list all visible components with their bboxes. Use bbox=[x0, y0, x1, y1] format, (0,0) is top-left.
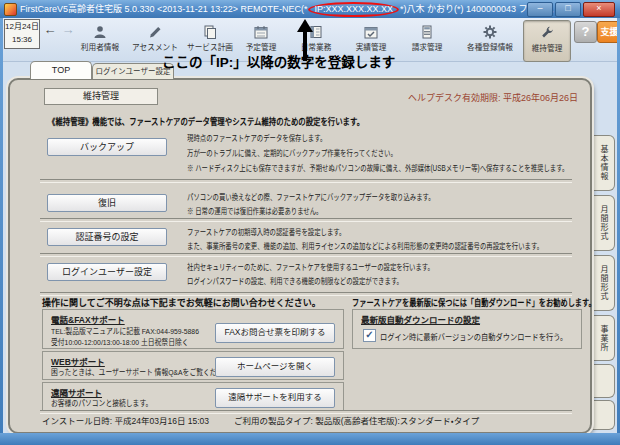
close-button[interactable]: × bbox=[583, 2, 615, 17]
wrench-icon bbox=[524, 23, 570, 41]
documents-icon bbox=[183, 22, 237, 40]
restore-desc-line: パソコンの買い換えなどの際、ファーストケアにバックアップデータを取り込みます。 bbox=[187, 190, 435, 202]
restore-button[interactable]: 復旧 bbox=[47, 194, 167, 212]
toolbar-item-maintenance[interactable]: 維持管理 bbox=[523, 20, 571, 62]
phone-fax-support-box: 電話&FAXサポート TEL:製品版マニュアルに記載 FAX:044-959-5… bbox=[42, 309, 344, 349]
auth-desc-line: ファーストケアの初期導入時の認証番号を設定します。 bbox=[187, 225, 345, 237]
support-right-header: ファーストケアを最新版に保つには「自動ダウンロード」をお勧めします。 bbox=[352, 296, 596, 309]
remote-support-line: お客様のパソコンと接続します。 bbox=[51, 397, 152, 408]
window-border-left bbox=[0, 0, 3, 445]
toolbar-item-user-info[interactable]: 利用者情報 bbox=[73, 20, 127, 60]
gear-icon bbox=[459, 22, 521, 40]
backup-desc-line: ※ ハードディスク上にも保存できますが、予期せぬパソコンの故障に備え、外部媒体(… bbox=[187, 161, 568, 173]
remote-support-box: 遠隔サポート お客様のパソコンと接続します。 遠隔サポートを利用する bbox=[42, 382, 344, 411]
toolbar-item-billing[interactable]: 請求管理 bbox=[400, 20, 454, 60]
auth-desc-line: また、事業所番号の変更、機能の追加、利用ライセンスの追加などによる利用形態の変更… bbox=[187, 239, 543, 251]
open-homepage-button[interactable]: ホームページを開く bbox=[215, 357, 335, 377]
side-tab-blank[interactable] bbox=[592, 400, 615, 430]
title-bar: FirstCareV5高齢者住宅版 5.0.330 <2013-11-21 13… bbox=[0, 0, 620, 18]
annotation-text: ここの「IP:」以降の数字を登録します bbox=[162, 51, 395, 71]
app-icon bbox=[4, 3, 17, 16]
toolbar-item-registration[interactable]: 各種登録情報 bbox=[459, 20, 521, 60]
web-support-box: WEBサポート 困ったときは、ユーザーサポート 情報Q&Aをご覧ください。 ホー… bbox=[42, 351, 344, 380]
auto-download-checkbox-label: ログイン時に最新バージョンの自動ダウンロードを行う。 bbox=[380, 330, 567, 342]
install-date-text: インストール日時: 平成24年03月16日 15:03 bbox=[42, 414, 209, 426]
window-controls: – □ × bbox=[527, 2, 615, 17]
side-tab-blank[interactable] bbox=[592, 364, 615, 398]
current-time: 15:36 bbox=[5, 33, 39, 46]
auto-download-box: 最新版自動ダウンロードの設定 ✓ ログイン時に最新バージョンの自動ダウンロードを… bbox=[352, 309, 582, 349]
toolbar-item-label: 請求管理 bbox=[403, 40, 452, 52]
calculator-icon bbox=[400, 22, 454, 40]
pencil-icon bbox=[128, 22, 182, 40]
helpdesk-expiry-text: ヘルプデスク有効期限: 平成26年06月26日 bbox=[408, 91, 578, 104]
login-user-settings-button[interactable]: ログインユーザー設定 bbox=[47, 263, 167, 281]
annotation-up-arrow-icon bbox=[297, 19, 313, 61]
calendar-icon bbox=[234, 22, 288, 40]
backup-button[interactable]: バックアップ bbox=[47, 138, 167, 156]
side-tab-monthly-format-1[interactable]: 月間形式 bbox=[592, 195, 615, 251]
auto-download-checkbox[interactable]: ✓ bbox=[363, 329, 376, 342]
user-icon bbox=[73, 22, 127, 40]
maintenance-panel: 維持管理 ヘルプデスク有効期限: 平成26年06月26日 《維持管理》機能では、… bbox=[8, 78, 592, 434]
use-remote-support-button[interactable]: 遠隔サポートを利用する bbox=[215, 388, 335, 408]
title-text-pre: FirstCareV5高齢者住宅版 5.0.330 <2013-11-21 13… bbox=[20, 4, 307, 14]
toolbar-item-label: 各種登録情報 bbox=[462, 40, 518, 52]
minimize-button[interactable]: – bbox=[527, 2, 553, 17]
toolbar-item-label: 利用者情報 bbox=[76, 40, 125, 52]
tab-top[interactable]: TOP bbox=[30, 61, 92, 79]
side-tab-basic-info[interactable]: 基本情報 bbox=[592, 135, 615, 191]
phone-fax-support-title: 電話&FAXサポート bbox=[51, 313, 125, 325]
maximize-button[interactable]: □ bbox=[555, 2, 581, 17]
help-button[interactable]: ? bbox=[574, 21, 597, 43]
panel-intro-text: 《維持管理》機能では、ファーストケアのデータ管理やシステム維持のための設定を行い… bbox=[48, 115, 364, 128]
window-title: FirstCareV5高齢者住宅版 5.0.330 <2013-11-21 13… bbox=[20, 0, 560, 18]
web-support-line: 困ったときは、ユーザーサポート 情報Q&Aをご覧ください。 bbox=[51, 366, 237, 377]
login-desc-line: 社内セキュリティーのために、ファーストケアを使用するユーザーの設定を行います。 bbox=[187, 260, 434, 272]
window-border-bottom bbox=[0, 433, 620, 445]
separator bbox=[40, 218, 572, 222]
print-fax-form-button[interactable]: FAXお問合せ票を印刷する bbox=[215, 323, 335, 343]
application-window: FirstCareV5高齢者住宅版 5.0.330 <2013-11-21 13… bbox=[0, 0, 620, 445]
back-arrow-icon[interactable]: ← bbox=[42, 22, 58, 38]
restore-desc-line: ※ 日常の運用では復旧作業は必要ありません。 bbox=[187, 204, 322, 216]
date-time-display: 12月24日 15:36 bbox=[4, 19, 40, 49]
ip-highlight-annotation: IP:XXX.XXX.XX.XX bbox=[308, 2, 399, 17]
toolbar-item-label: 維持管理 bbox=[526, 41, 567, 53]
login-desc-line: ログインパスワードの設定、利用できる機能の制限などの設定ができます。 bbox=[187, 274, 403, 286]
product-type-text: ご利用の製品タイプ: 製品版(高齢者住宅版):スタンダード・タイプ bbox=[234, 414, 479, 426]
auto-download-title: 最新版自動ダウンロードの設定 bbox=[361, 313, 480, 325]
calendar-check-icon bbox=[344, 22, 398, 40]
backup-desc-line: 万が一のトラブルに備え、定期的にバックアップ作業を行ってください。 bbox=[187, 146, 397, 158]
backup-desc-line: 現時点のファーストケアのデータを保存します。 bbox=[187, 131, 326, 143]
phone-fax-line: TEL:製品版マニュアルに記載 FAX:044-959-5886 bbox=[51, 325, 199, 336]
support-left-header: 操作に関してご不明な点は下記までお気軽にお問い合わせください。 bbox=[42, 296, 321, 309]
phone-fax-line: 受付10:00-12:00/13:00-18:00 土日祝祭日除く bbox=[51, 336, 189, 347]
separator bbox=[40, 179, 572, 183]
current-date: 12月24日 bbox=[5, 20, 39, 33]
auth-number-button[interactable]: 認証番号の設定 bbox=[47, 228, 167, 246]
section-label: 維持管理 bbox=[44, 88, 158, 105]
separator bbox=[40, 253, 572, 257]
